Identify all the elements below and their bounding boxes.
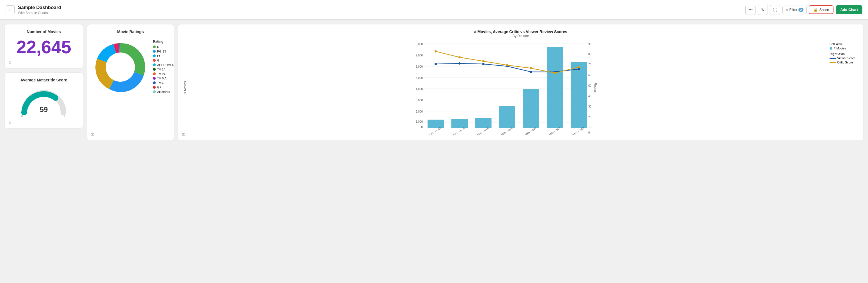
combo-chart-area: # Movies 8,000 7,000 6,000 5,000 4,000 3… <box>183 39 858 135</box>
refresh-button[interactable]: ↻ <box>758 5 768 15</box>
donut-area: Rating R PG-13 PG G <box>92 36 168 98</box>
label-tvpg: TV-PG <box>157 72 166 76</box>
gauge-max: 100 <box>61 114 66 118</box>
bar-2000 <box>547 47 563 128</box>
legend-item-g: G <box>153 59 174 62</box>
critic-dot-4 <box>506 64 508 66</box>
dashboard-subtitle: With Sample Charts <box>18 11 61 15</box>
critic-dot-1 <box>435 50 437 53</box>
viewer-dot-3 <box>482 63 485 65</box>
critic-dot-3 <box>482 60 485 62</box>
bar-1980 <box>499 106 515 128</box>
mid-column: Movie Ratings <box>87 24 174 140</box>
dot-tv14 <box>153 68 156 71</box>
header-left: ← Sample Dashboard With Sample Charts <box>6 5 61 15</box>
bar-1960 <box>452 119 468 128</box>
circle-movies <box>830 47 832 50</box>
svg-text:5,000: 5,000 <box>416 76 423 80</box>
dot-pg <box>153 54 156 57</box>
filter-button[interactable]: ⧖ Filter 2 <box>782 6 807 14</box>
critic-dot-2 <box>458 56 461 58</box>
bar-1990 <box>523 89 539 128</box>
legend-title: Rating <box>153 39 174 44</box>
metacritic-filter-icon[interactable]: ⧖ <box>9 120 11 125</box>
share-button[interactable]: 🔒 Share <box>809 5 834 14</box>
svg-text:40: 40 <box>588 94 592 98</box>
donut-chart <box>92 39 148 95</box>
label-pg: PG <box>157 54 162 58</box>
bar-2010 <box>570 62 587 128</box>
header-title-block: Sample Dashboard With Sample Charts <box>18 5 61 15</box>
viewer-dot-2 <box>458 62 461 64</box>
viewer-dot-7 <box>578 68 580 70</box>
ratings-title: Movie Ratings <box>92 29 168 34</box>
movies-filter-icon[interactable]: ⧖ <box>9 60 11 65</box>
line-critic <box>830 62 836 63</box>
label-tvg: TV-G <box>157 81 164 85</box>
dot-pg13 <box>153 50 156 53</box>
filter-icon: ⧖ <box>785 7 788 12</box>
left-column: Number of Movies 22,645 ⧖ Average Metacr… <box>4 24 83 140</box>
label-tvma: TV-MA <box>157 77 167 80</box>
svg-text:50: 50 <box>588 84 592 87</box>
dot-others <box>153 90 156 93</box>
more-button[interactable]: ••• <box>745 5 755 15</box>
combo-filter-icon[interactable]: ⧖ <box>182 132 185 137</box>
lock-icon: 🔒 <box>813 7 818 12</box>
ratings-legend: Rating R PG-13 PG G <box>153 39 174 94</box>
legend-item-tv14: TV-14 <box>153 68 174 71</box>
gauge-labels: 0 100 <box>21 114 66 118</box>
filter-label: Filter <box>789 7 797 12</box>
add-chart-button[interactable]: Add Chart <box>836 5 862 14</box>
svg-text:59: 59 <box>40 105 48 114</box>
bar-1950 <box>428 120 444 128</box>
svg-text:2,000: 2,000 <box>416 110 423 113</box>
legend-item-pg: PG <box>153 54 174 58</box>
svg-text:80: 80 <box>588 53 592 56</box>
legend-item-tvma: TV-MA <box>153 77 174 80</box>
svg-text:8,000: 8,000 <box>416 43 423 46</box>
legend-item-tvg: TV-G <box>153 81 174 85</box>
critic-dot-6 <box>554 72 556 74</box>
legend-item-gp: GP <box>153 86 174 89</box>
label-others: All others <box>157 90 170 93</box>
right-column: # Movies, Average Critic vs Viewer Revie… <box>178 24 864 140</box>
fullscreen-button[interactable]: ⛶ <box>770 5 780 15</box>
back-button[interactable]: ← <box>6 5 14 14</box>
gauge-container: 59 0 100 <box>10 85 78 123</box>
legend-item-pg13: PG-13 <box>153 50 174 53</box>
dot-gp <box>153 86 156 89</box>
svg-text:4,000: 4,000 <box>416 88 423 91</box>
metacritic-card: Average Metacritic Score 59 0 100 ⧖ <box>4 73 83 129</box>
label-viewer: Viewer Score <box>837 56 856 60</box>
label-pg13: PG-13 <box>157 50 166 53</box>
critic-dot-5 <box>530 67 532 69</box>
label-approved: APPROVED <box>157 63 174 66</box>
dot-r <box>153 46 156 48</box>
movies-count-card: Number of Movies 22,645 ⧖ <box>4 24 83 68</box>
svg-text:90: 90 <box>588 43 592 46</box>
left-y-axis-label: # Movies <box>183 81 187 93</box>
dot-tvpg <box>153 73 156 75</box>
combo-chart-title: # Movies, Average Critic vs Viewer Revie… <box>183 29 858 34</box>
header: ← Sample Dashboard With Sample Charts ••… <box>0 0 868 20</box>
legend-item-r: R <box>153 45 174 49</box>
gauge-min: 0 <box>21 114 23 118</box>
critic-dot-7 <box>578 66 580 68</box>
legend-viewer: Viewer Score <box>830 56 858 60</box>
dot-tvg <box>153 81 156 84</box>
dot-g <box>153 59 156 62</box>
svg-point-1 <box>106 53 135 82</box>
legend-item-others: All others <box>153 90 174 93</box>
ratings-filter-icon[interactable]: ⧖ <box>91 132 94 137</box>
svg-text:0: 0 <box>588 131 590 134</box>
svg-text:70: 70 <box>588 63 592 66</box>
svg-text:20: 20 <box>588 116 592 119</box>
legend-movies: # Movies <box>830 47 858 50</box>
legend-item-approved: APPROVED <box>153 63 174 66</box>
right-axis-legend-title: Right Axis <box>830 52 858 56</box>
left-axis-legend-title: Left Axis <box>830 43 858 46</box>
combo-chart-legend: Left Axis # Movies Right Axis Viewer Sco… <box>827 39 858 65</box>
dot-approved <box>153 63 156 66</box>
header-right: ••• ↻ ⛶ ⧖ Filter 2 🔒 Share Add Chart <box>745 5 862 15</box>
